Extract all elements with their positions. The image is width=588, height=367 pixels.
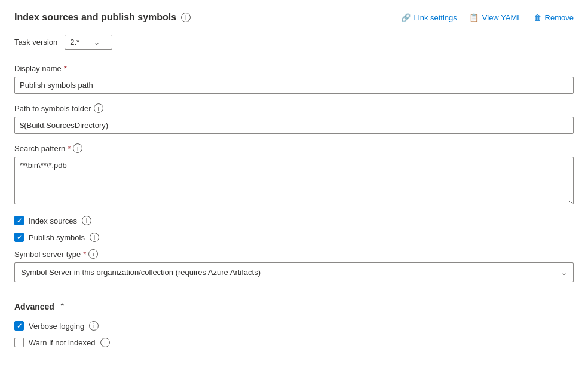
chevron-down-icon: ⌄ bbox=[94, 38, 100, 47]
warn-not-indexed-row: Warn if not indexed i bbox=[14, 338, 574, 347]
page-title-info-icon[interactable]: i bbox=[181, 13, 191, 22]
page-header: Index sources and publish symbols i 🔗 Li… bbox=[14, 12, 574, 23]
warn-not-indexed-info-icon[interactable]: i bbox=[100, 338, 110, 347]
search-pattern-label: Search pattern * i bbox=[14, 143, 574, 153]
remove-icon: 🗑 bbox=[534, 13, 541, 22]
header-left: Index sources and publish symbols i bbox=[14, 12, 191, 23]
publish-symbols-checkbox[interactable]: ✓ bbox=[14, 233, 24, 242]
search-pattern-info-icon[interactable]: i bbox=[73, 143, 82, 153]
symbol-server-info-icon[interactable]: i bbox=[88, 249, 98, 259]
task-version-select[interactable]: 2.* ⌄ bbox=[65, 35, 112, 50]
link-settings-label: Link settings bbox=[414, 13, 457, 22]
link-settings-icon: 🔗 bbox=[401, 13, 411, 22]
search-pattern-section: Search pattern * i bbox=[14, 143, 574, 206]
index-sources-label: Index sources bbox=[29, 216, 77, 225]
display-name-section: Display name * bbox=[14, 64, 574, 94]
symbols-folder-input[interactable] bbox=[14, 117, 574, 134]
symbol-server-type-select[interactable]: Symbol Server in this organization/colle… bbox=[14, 262, 574, 282]
check-icon: ✓ bbox=[17, 322, 22, 330]
check-icon: ✓ bbox=[17, 234, 22, 241]
required-star-search: * bbox=[68, 144, 71, 153]
symbols-folder-section: Path to symbols folder i bbox=[14, 103, 574, 134]
task-version-label: Task version bbox=[14, 38, 57, 47]
chevron-down-icon: ⌄ bbox=[561, 268, 567, 277]
symbols-folder-label: Path to symbols folder i bbox=[14, 103, 574, 113]
view-yaml-icon: 📋 bbox=[469, 13, 479, 22]
advanced-label: Advanced bbox=[14, 302, 54, 311]
verbose-logging-label: Verbose logging bbox=[29, 322, 84, 331]
symbol-server-type-value: Symbol Server in this organization/colle… bbox=[21, 268, 261, 277]
chevron-up-icon: ⌃ bbox=[59, 302, 65, 311]
symbol-server-type-section: Symbol server type * i Symbol Server in … bbox=[14, 249, 574, 282]
index-sources-row: ✓ Index sources i bbox=[14, 216, 574, 225]
symbols-folder-info-icon[interactable]: i bbox=[94, 103, 103, 113]
link-settings-button[interactable]: 🔗 Link settings bbox=[401, 13, 457, 22]
remove-label: Remove bbox=[545, 13, 574, 22]
publish-symbols-row: ✓ Publish symbols i bbox=[14, 233, 574, 242]
publish-symbols-label: Publish symbols bbox=[29, 233, 85, 242]
publish-symbols-info-icon[interactable]: i bbox=[90, 233, 99, 242]
view-yaml-label: View YAML bbox=[482, 13, 522, 22]
view-yaml-button[interactable]: 📋 View YAML bbox=[469, 13, 522, 22]
header-actions: 🔗 Link settings 📋 View YAML 🗑 Remove bbox=[401, 13, 574, 22]
warn-not-indexed-label: Warn if not indexed bbox=[29, 338, 96, 347]
display-name-label: Display name * bbox=[14, 64, 574, 73]
symbol-server-type-label: Symbol server type * i bbox=[14, 249, 574, 259]
page-title: Index sources and publish symbols bbox=[14, 12, 176, 23]
advanced-section-header[interactable]: Advanced ⌃ bbox=[14, 302, 574, 311]
check-icon: ✓ bbox=[17, 217, 22, 225]
search-pattern-input[interactable] bbox=[14, 157, 574, 204]
index-sources-checkbox[interactable]: ✓ bbox=[14, 216, 24, 225]
required-star-server: * bbox=[83, 250, 86, 259]
index-sources-info-icon[interactable]: i bbox=[82, 216, 91, 225]
remove-button[interactable]: 🗑 Remove bbox=[534, 13, 574, 22]
task-version-value: 2.* bbox=[70, 38, 79, 47]
required-star: * bbox=[64, 64, 67, 73]
warn-not-indexed-checkbox[interactable] bbox=[14, 338, 24, 347]
verbose-logging-checkbox[interactable]: ✓ bbox=[14, 321, 24, 331]
verbose-logging-row: ✓ Verbose logging i bbox=[14, 321, 574, 331]
verbose-logging-info-icon[interactable]: i bbox=[89, 321, 99, 331]
task-version-row: Task version 2.* ⌄ bbox=[14, 35, 574, 50]
section-divider bbox=[14, 292, 574, 292]
display-name-input[interactable] bbox=[14, 77, 574, 94]
